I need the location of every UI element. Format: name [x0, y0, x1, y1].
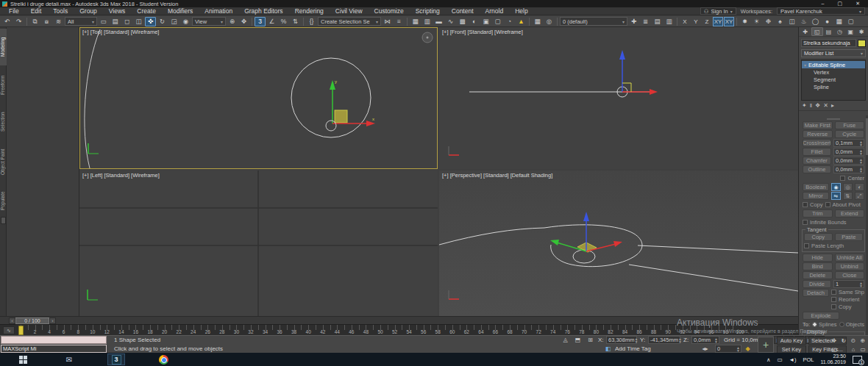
boolean-union-button[interactable]: ◉ [831, 183, 841, 191]
expand-icon[interactable]: ▾ [804, 62, 806, 68]
menu-civil-view[interactable]: Civil View [330, 7, 369, 15]
tab-modify[interactable]: ◱ [811, 27, 823, 36]
menu-customize[interactable]: Customize [369, 7, 410, 15]
chamfer-button[interactable]: Chamfer [803, 157, 831, 165]
viewport-left-label[interactable]: [+] [Left] [Standard] [Wireframe] [82, 172, 160, 179]
mirror-horizontal-button[interactable]: ⇋ [831, 192, 841, 200]
modifier-list-dropdown[interactable]: Modifier List ▾ [801, 49, 866, 57]
align-button[interactable]: ≡ [394, 17, 405, 26]
action-center-icon[interactable]: 1 [853, 356, 862, 364]
zoom-icon[interactable]: ⊙ [849, 337, 858, 345]
selection-region-button[interactable]: ◻ [121, 17, 132, 26]
viewport-left[interactable]: [+] [Left] [Standard] [Wireframe] [79, 171, 438, 316]
sign-in-button[interactable]: ⚇ Sign In ▾ [700, 7, 736, 15]
x-coord-field[interactable]: 63,308mm▲▼ [606, 336, 637, 344]
mirror-vertical-button[interactable]: ⇅ [843, 192, 853, 200]
selection-filter-dropdown[interactable]: All▾ [65, 17, 97, 26]
time-tag-icon[interactable]: ◧ [603, 345, 613, 353]
frame-step-icon[interactable]: ◂▸ [700, 345, 710, 353]
curve-editor-button[interactable]: ∿ [445, 17, 456, 26]
chamfer-spinner[interactable]: 0,0mm▲▼ [833, 157, 864, 165]
add-time-tag[interactable]: Add Time Tag [615, 345, 651, 352]
render-setup-button[interactable]: ▣ [480, 17, 491, 26]
sphere-icon[interactable]: ● [822, 17, 833, 26]
viewport-perspective-label[interactable]: [+] [Perspective] [Standard] [Default Sh… [442, 172, 552, 179]
render-production-button[interactable]: ◔ [504, 17, 515, 26]
close-button[interactable]: ✕ [855, 0, 860, 7]
reference-coordinate-dropdown[interactable]: View▾ [192, 17, 226, 26]
menu-modifiers[interactable]: Modifiers [162, 7, 199, 15]
fuse-button[interactable]: Fuse [835, 121, 865, 129]
viewport-top-label[interactable]: [+] [Top] [Standard] [Wireframe] [82, 29, 159, 35]
workspace-dropdown[interactable]: Pavel Karenchuk ▾ [777, 7, 865, 15]
boolean-intersect-button[interactable]: ◐ [855, 183, 864, 191]
language-indicator[interactable]: POL [803, 356, 814, 363]
detach-button[interactable]: Detach [803, 289, 829, 297]
make-first-button[interactable]: Make First [803, 121, 833, 129]
layer-stack-button[interactable]: ≣ [640, 17, 651, 26]
detach-copy-checkbox[interactable]: Copy [831, 304, 864, 310]
pin-stack-icon[interactable]: ✦ [802, 102, 807, 109]
taskbar-chrome-icon[interactable] [154, 354, 172, 365]
cycle-button[interactable]: Cycle [835, 130, 865, 138]
mini-curve-editor-icon[interactable]: ∿ [3, 326, 15, 334]
layer-explorer-button[interactable]: ▥ [421, 17, 433, 26]
rollout-grip[interactable] [799, 118, 868, 121]
unlink-selection-button[interactable]: ⧇ [41, 17, 52, 26]
menu-create[interactable]: Create [131, 7, 162, 15]
menu-file[interactable]: File [3, 7, 25, 15]
isolate-selection-icon[interactable]: ◬ [561, 336, 570, 344]
object-color-swatch[interactable] [858, 40, 866, 47]
extend-button[interactable]: Extend [835, 209, 865, 218]
select-and-manipulate-button[interactable]: ✥ [238, 17, 249, 26]
target-snap-button[interactable]: ◎ [544, 17, 555, 26]
viewport-layout-tab[interactable] [1, 217, 6, 224]
to-splines-radio[interactable]: Splines [812, 321, 837, 328]
gizmo-xy-plane-handle[interactable] [335, 110, 347, 123]
axis-constraint-y-button[interactable]: Y [691, 17, 701, 26]
tree-icon[interactable]: ♠ [775, 17, 786, 26]
paste-length-checkbox[interactable]: Paste Length [804, 243, 844, 249]
center-checkbox[interactable]: Center [840, 175, 864, 182]
object-name-field[interactable]: Strelka sekundnaja [801, 39, 856, 47]
create-new-layer-button[interactable]: ✚ [628, 17, 639, 26]
schematic-view-button[interactable]: ▩ [457, 17, 468, 26]
reverse-button[interactable]: Reverse [803, 130, 833, 138]
menu-help[interactable]: Help [509, 7, 533, 15]
menu-rendering[interactable]: Rendering [289, 7, 330, 15]
percent-snap-button[interactable]: % [278, 17, 289, 26]
stack-item-spline[interactable]: Spline [802, 83, 865, 90]
zoom-all-icon[interactable]: ⊕ [858, 337, 867, 345]
mirror-button-rollout[interactable]: Mirror [803, 192, 829, 200]
grid-snaps-button[interactable]: ▦ [532, 17, 543, 26]
tray-speaker-icon[interactable]: ◄) [789, 356, 797, 363]
track-bar[interactable]: ∿ 02468101214161820222426283032343638404… [0, 324, 798, 335]
select-and-rotate-button[interactable]: ↻ [157, 17, 168, 26]
key-toggle-icon[interactable]: ◆ [743, 345, 753, 353]
taskbar-mail-icon[interactable]: ✉ [60, 354, 78, 365]
z-coord-field[interactable]: 0,0mm▲▼ [691, 336, 719, 344]
axis-constraint-xy-button[interactable]: XY [713, 17, 723, 26]
hide-button[interactable]: Hide [803, 254, 833, 262]
crossinsert-spinner[interactable]: 0,1mm▲▼ [833, 139, 864, 147]
trim-button[interactable]: Trim [803, 209, 833, 218]
sun-icon[interactable]: ☀ [751, 17, 762, 26]
select-and-scale-button[interactable]: ◲ [168, 17, 179, 26]
stack-item-vertex[interactable]: Vertex [802, 68, 865, 76]
about-pivot-checkbox[interactable]: About Pivot [825, 201, 861, 208]
maxscript-mini-listener[interactable]: MAXScript Mi [1, 345, 107, 353]
remove-modifier-icon[interactable]: ✕ [823, 102, 828, 109]
bind-button[interactable]: Bind [803, 262, 833, 270]
axis-constraint-x-button[interactable]: X [680, 17, 690, 26]
time-slider-handle[interactable]: 0 / 100 [15, 317, 49, 324]
grid-helper-icon[interactable]: ▦ [833, 17, 844, 26]
select-and-link-button[interactable]: ⧉ [29, 17, 40, 26]
clock[interactable]: 23:50 11.06.2019 [820, 354, 846, 365]
macro-recorder-field[interactable] [1, 336, 107, 344]
tray-chevron-icon[interactable]: ∧ [766, 356, 771, 363]
viewport-front-label[interactable]: [+] [Front] [Standard] [Wireframe] [442, 29, 523, 35]
menu-graph-editors[interactable]: Graph Editors [238, 7, 288, 15]
mirror-button[interactable]: ⋈ [382, 17, 393, 26]
redo-button[interactable]: ↷ [13, 17, 24, 26]
angle-snap-button[interactable]: ∠ [266, 17, 277, 26]
